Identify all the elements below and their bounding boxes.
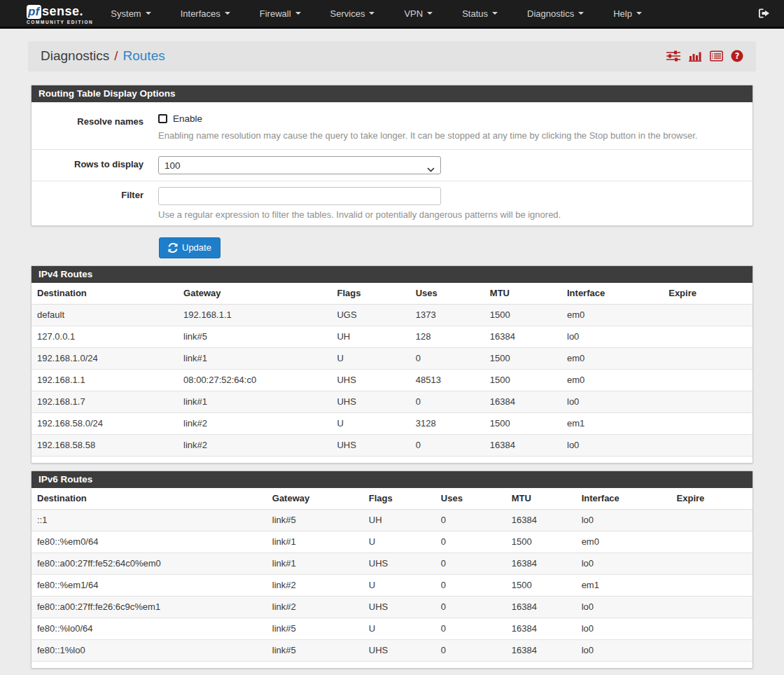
- table-cell: 16384: [506, 597, 576, 618]
- resolve-names-help: Enabling name resolution may cause the q…: [158, 130, 752, 141]
- breadcrumb-page-link[interactable]: Routes: [123, 48, 165, 64]
- table-cell: UHS: [363, 597, 435, 618]
- table-cell: 1500: [484, 370, 561, 391]
- table-cell: lo0: [561, 435, 663, 457]
- nav-item-vpn[interactable]: VPN: [389, 0, 447, 28]
- table-cell: [671, 575, 752, 597]
- table-cell: em0: [561, 305, 663, 326]
- table-cell: 0: [435, 553, 506, 575]
- table-cell: [663, 326, 752, 348]
- column-header: Destination: [31, 488, 267, 510]
- table-cell: 192.168.1.1: [178, 305, 331, 326]
- nav-item-status[interactable]: Status: [447, 0, 512, 28]
- table-header-row: DestinationGatewayFlagsUsesMTUInterfaceE…: [31, 488, 752, 510]
- table-row: default192.168.1.1UGS13731500em0: [31, 305, 752, 326]
- table-cell: UHS: [331, 391, 410, 413]
- sliders-icon[interactable]: [666, 50, 680, 62]
- breadcrumb-separator: /: [114, 48, 118, 64]
- table-cell: 192.168.1.7: [31, 391, 178, 413]
- nav-item-label: Interfaces: [181, 8, 220, 19]
- nav-item-label: VPN: [404, 8, 423, 19]
- nav-item-label: System: [111, 8, 141, 19]
- table-cell: 16384: [506, 618, 576, 640]
- table-cell: UHS: [363, 640, 435, 662]
- table-cell: 16384: [506, 640, 576, 662]
- table-cell: link#1: [178, 348, 331, 370]
- table-cell: 08:00:27:52:64:c0: [178, 370, 331, 391]
- nav-menu: SystemInterfacesFirewallServicesVPNStatu…: [96, 0, 657, 28]
- pf-logo-badge: pf: [27, 5, 41, 19]
- column-header: Expire: [671, 488, 752, 510]
- rows-to-display-label: Rows to display: [31, 156, 144, 174]
- table-cell: lo0: [561, 326, 663, 348]
- top-navbar: pf sense. COMMUNITY EDITION SystemInterf…: [0, 0, 784, 29]
- table-cell: link#2: [267, 575, 363, 597]
- caret-down-icon: [225, 12, 230, 15]
- table-cell: [663, 370, 752, 391]
- table-cell: U: [363, 531, 435, 553]
- nav-item-label: Firewall: [260, 8, 291, 19]
- svg-text:?: ?: [735, 51, 740, 61]
- help-icon[interactable]: ?: [731, 50, 743, 62]
- table-cell: [663, 413, 752, 435]
- table-cell: [671, 640, 752, 662]
- table-row: fe80::1%lo0link#5UHS016384lo0: [31, 640, 752, 662]
- table-cell: fe80::a00:27ff:fe52:64c0%em0: [31, 553, 267, 575]
- table-cell: 192.168.58.0/24: [31, 413, 178, 435]
- resolve-names-checkbox[interactable]: [158, 114, 167, 123]
- table-icon[interactable]: [710, 50, 723, 62]
- nav-item-interfaces[interactable]: Interfaces: [166, 0, 245, 28]
- rows-to-display-select[interactable]: 100: [158, 156, 441, 174]
- table-cell: lo0: [576, 510, 671, 531]
- table-cell: default: [31, 305, 178, 326]
- pfsense-logo[interactable]: pf sense. COMMUNITY EDITION: [27, 4, 93, 25]
- table-cell: 192.168.1.0/24: [31, 348, 178, 370]
- table-cell: em1: [576, 575, 671, 597]
- table-cell: 1373: [410, 305, 484, 326]
- table-cell: 1500: [484, 305, 561, 326]
- caret-down-icon: [492, 12, 498, 15]
- table-cell: [671, 510, 752, 531]
- options-panel: Routing Table Display Options Resolve na…: [31, 85, 753, 226]
- nav-item-label: Diagnostics: [527, 8, 574, 19]
- column-header: Uses: [435, 488, 506, 510]
- table-row: 192.168.1.7link#1UHS016384lo0: [31, 391, 752, 413]
- column-header: Flags: [363, 488, 435, 510]
- table-cell: em0: [576, 531, 671, 553]
- table-cell: U: [331, 348, 410, 370]
- ipv6-routes-title: IPv6 Routes: [31, 471, 752, 488]
- table-header-row: DestinationGatewayFlagsUsesMTUInterfaceE…: [31, 283, 752, 305]
- table-cell: lo0: [576, 640, 671, 662]
- nav-item-help[interactable]: Help: [598, 0, 657, 28]
- update-button[interactable]: Update: [159, 237, 220, 258]
- breadcrumb: Diagnostics / Routes: [28, 41, 756, 71]
- filter-input[interactable]: [158, 187, 441, 205]
- table-cell: 1500: [484, 348, 561, 370]
- filter-row: Filter Use a regular expression to filte…: [31, 181, 752, 225]
- table-cell: [671, 553, 752, 575]
- table-row: fe80::%em0/64link#1U01500em0: [31, 531, 752, 553]
- ipv4-routes-panel: IPv4 Routes DestinationGatewayFlagsUsesM…: [31, 265, 753, 464]
- bar-chart-icon[interactable]: [688, 50, 702, 62]
- nav-item-firewall[interactable]: Firewall: [245, 0, 316, 28]
- table-cell: lo0: [576, 597, 671, 618]
- rows-to-display-row: Rows to display 100: [31, 149, 752, 181]
- ipv6-routes-panel: IPv6 Routes DestinationGatewayFlagsUsesM…: [31, 471, 753, 669]
- nav-item-diagnostics[interactable]: Diagnostics: [512, 0, 598, 28]
- table-cell: 16384: [484, 435, 561, 457]
- table-cell: link#5: [267, 510, 363, 531]
- table-cell: 3128: [410, 413, 484, 435]
- options-panel-title: Routing Table Display Options: [31, 85, 752, 102]
- nav-item-services[interactable]: Services: [316, 0, 390, 28]
- table-cell: fe80::a00:27ff:fe26:6c9c%em1: [31, 597, 267, 618]
- sign-out-icon[interactable]: [758, 8, 770, 19]
- table-cell: 0: [410, 391, 484, 413]
- nav-item-system[interactable]: System: [96, 0, 165, 28]
- column-header: Interface: [576, 488, 671, 510]
- table-cell: [671, 531, 752, 553]
- ipv6-routes-table: DestinationGatewayFlagsUsesMTUInterfaceE…: [31, 488, 752, 662]
- table-cell: UH: [363, 510, 435, 531]
- table-cell: lo0: [576, 553, 671, 575]
- sense-logo-text: sense.: [42, 4, 83, 19]
- caret-down-icon: [369, 12, 374, 15]
